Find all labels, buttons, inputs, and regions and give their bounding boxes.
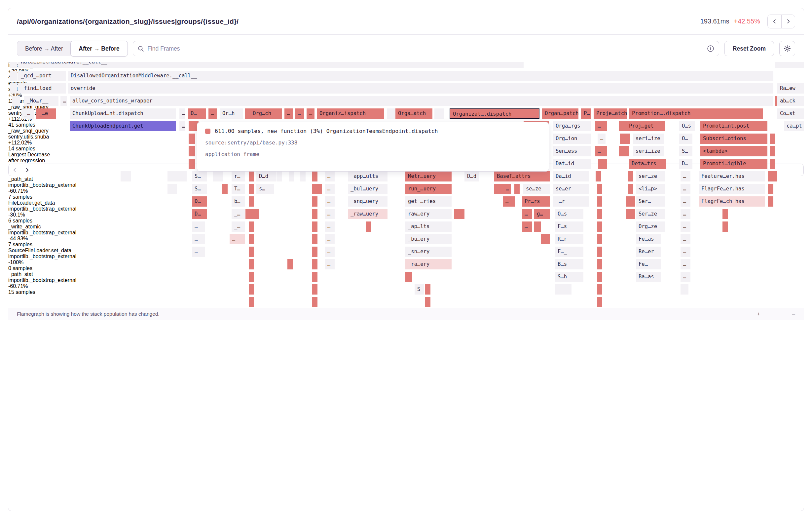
flame-frame[interactable]	[768, 184, 773, 194]
flame-frame[interactable]	[171, 184, 177, 194]
flame-frame[interactable]: ChunkUploadEndpoint.get	[70, 121, 176, 131]
flame-frame[interactable]: …	[192, 221, 205, 232]
flame-frame[interactable]: S…	[679, 146, 692, 156]
flame-frame[interactable]: _…e	[36, 108, 56, 119]
flame-frame[interactable]: override	[68, 83, 773, 93]
flame-frame[interactable]: ab…ck	[777, 96, 804, 106]
flame-frame[interactable]	[555, 284, 572, 295]
flame-frame[interactable]: Co…st	[777, 108, 804, 119]
flame-frame[interactable]	[366, 221, 371, 232]
flame-frame[interactable]: …	[522, 221, 532, 232]
flame-frame[interactable]: <lambda>	[700, 146, 767, 156]
flame-frame[interactable]	[245, 108, 250, 119]
flame-frame[interactable]	[680, 284, 689, 295]
flame-frame[interactable]: …	[680, 259, 690, 269]
flame-frame[interactable]: …	[680, 184, 690, 194]
flame-frame[interactable]	[253, 209, 259, 219]
flame-frame[interactable]: …	[179, 121, 185, 131]
flame-frame[interactable]	[312, 284, 317, 295]
flame-frame[interactable]: seri…ize	[633, 146, 664, 156]
flame-frame[interactable]	[249, 297, 254, 307]
flame-frame[interactable]: Org…ion	[553, 134, 591, 144]
flame-frame[interactable]	[12, 61, 18, 68]
flame-frame[interactable]: Orga…atch	[396, 108, 432, 119]
flame-frame[interactable]: r…	[232, 171, 245, 182]
flame-frame[interactable]: O…s	[555, 209, 583, 219]
flame-frame[interactable]	[454, 209, 460, 219]
prev-transaction-button[interactable]	[768, 15, 781, 28]
flame-frame[interactable]: _bu…ery	[405, 234, 452, 244]
flame-frame[interactable]: _Mo…r__	[24, 96, 58, 106]
flame-frame[interactable]: Sen…ess	[553, 146, 591, 156]
flame-frame[interactable]: …	[284, 108, 293, 119]
flame-frame[interactable]: _…	[22, 108, 34, 119]
flame-frame[interactable]: …	[680, 221, 690, 232]
flame-frame[interactable]: DisallowedOrganizationMiddleware.__call_…	[68, 71, 773, 81]
flame-frame[interactable]: _…	[232, 221, 245, 232]
flame-frame[interactable]: Feature…er.has	[699, 171, 765, 182]
flame-frame[interactable]: se…ze	[523, 184, 550, 194]
flame-frame[interactable]	[598, 159, 607, 169]
flame-frame[interactable]: Subscri…otions	[700, 134, 767, 144]
flame-frame[interactable]: R…r	[555, 234, 583, 244]
flame-frame[interactable]: D…d	[464, 171, 479, 182]
flame-frame[interactable]	[597, 234, 602, 244]
flame-frame[interactable]: O…	[188, 108, 206, 119]
flame-frame[interactable]	[312, 259, 317, 269]
flame-frame[interactable]: Fe…_	[636, 259, 661, 269]
flame-frame[interactable]: …	[522, 209, 532, 219]
flame-frame[interactable]: Promoti…igible	[700, 159, 767, 169]
flame-frame[interactable]: D…d	[256, 171, 276, 182]
flame-frame[interactable]	[312, 234, 317, 244]
flame-frame[interactable]: …	[179, 108, 185, 119]
flame-frame[interactable]: Re…er	[636, 247, 661, 257]
flame-frame[interactable]: Ser…ze	[636, 209, 665, 219]
flame-frame[interactable]	[723, 209, 728, 219]
segment-after-before[interactable]: After → Before	[70, 40, 128, 57]
flame-frame[interactable]: D…	[192, 196, 207, 207]
flame-frame[interactable]	[249, 259, 254, 269]
flame-frame[interactable]: Fe…as	[636, 234, 661, 244]
reset-zoom-button[interactable]: Reset Zoom	[724, 41, 774, 56]
flame-frame[interactable]	[312, 209, 317, 219]
flame-frame[interactable]	[188, 134, 195, 144]
flame-frame[interactable]: FlagrFe…ch_has	[699, 196, 765, 207]
flame-frame[interactable]: F…s	[555, 221, 583, 232]
flame-frame[interactable]: BaseT…attrs	[494, 171, 550, 182]
flame-frame[interactable]: …	[325, 247, 335, 257]
flame-frame[interactable]	[770, 159, 775, 169]
flame-frame[interactable]	[514, 184, 520, 194]
flame-frame[interactable]: O…	[679, 134, 692, 144]
flame-frame[interactable]	[770, 134, 775, 144]
flame-frame[interactable]	[768, 196, 773, 207]
flame-frame[interactable]: get_…ries	[405, 196, 452, 207]
flame-frame[interactable]	[181, 171, 187, 182]
flame-frame[interactable]	[494, 184, 499, 194]
flame-frame[interactable]: …	[325, 209, 335, 219]
flame-frame[interactable]: D…	[679, 159, 692, 169]
flame-frame[interactable]: _…r	[553, 196, 589, 207]
flame-frame[interactable]: _bul…uery	[348, 184, 387, 194]
next-transaction-button[interactable]	[781, 15, 795, 28]
flame-frame[interactable]	[596, 171, 601, 182]
flame-frame[interactable]	[12, 71, 18, 81]
flame-frame[interactable]: B…s	[555, 259, 583, 269]
flame-frame[interactable]: F…_	[555, 247, 583, 257]
flame-frame[interactable]: _raw…uery	[348, 209, 387, 219]
flame-frame[interactable]: _snq…uery	[348, 196, 387, 207]
flame-frame[interactable]	[597, 221, 602, 232]
segment-before-after[interactable]: Before → After	[17, 41, 71, 56]
flame-frame[interactable]	[624, 146, 629, 156]
flame-frame[interactable]: Da…id	[553, 171, 589, 182]
flame-frame[interactable]	[630, 209, 635, 219]
flame-frame[interactable]: _…	[232, 209, 245, 219]
flame-frame[interactable]: Organizat….dispatch	[450, 108, 540, 119]
flame-frame[interactable]	[312, 196, 317, 207]
flame-frame[interactable]: D…	[192, 209, 207, 219]
flame-frame[interactable]	[312, 247, 317, 257]
flame-frame[interactable]	[597, 259, 602, 269]
flame-frame[interactable]: …	[680, 247, 690, 257]
flame-frame[interactable]: …	[192, 234, 205, 244]
flame-frame[interactable]	[300, 171, 306, 182]
flame-frame[interactable]: …	[230, 234, 245, 244]
